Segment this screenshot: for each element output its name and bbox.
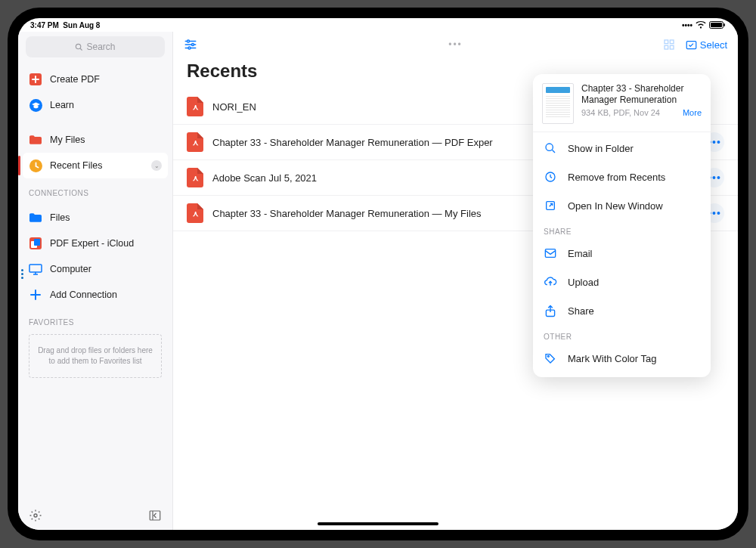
svg-point-26: [547, 355, 549, 357]
grid-view-icon[interactable]: [663, 39, 675, 51]
sidebar-item-label: Recent Files: [50, 160, 102, 171]
context-section-share: SHARE: [533, 221, 711, 237]
slide-over-handle[interactable]: [18, 259, 26, 289]
file-name: Chapter 33 - Shareholder Manager Remuner…: [212, 208, 482, 219]
svg-point-3: [76, 44, 81, 48]
sidebar-item-label: Create PDF: [50, 74, 100, 85]
context-more-link[interactable]: More: [683, 108, 702, 117]
svg-point-11: [34, 514, 37, 517]
sidebar-item-label: Add Connection: [50, 289, 117, 300]
search-input[interactable]: Search: [26, 36, 165, 57]
sidebar-item-add-connection[interactable]: Add Connection: [18, 282, 172, 308]
sidebar-item-my-files[interactable]: My Files: [18, 127, 172, 153]
file-name: Chapter 33 - Shareholder Manager Remuner…: [212, 137, 493, 148]
sidebar-bottom: [18, 501, 172, 530]
sidebar-connections-section: Files PDF Expert - iCloud Computer Add C…: [18, 200, 172, 312]
sidebar-item-label: Files: [50, 212, 70, 223]
battery-icon: [709, 21, 726, 29]
favorites-dropzone[interactable]: Drag and drop files or folders here to a…: [29, 334, 162, 378]
select-button[interactable]: Select: [686, 39, 727, 51]
search-icon: [544, 141, 557, 155]
context-email[interactable]: Email: [533, 239, 711, 268]
sidebar-item-label: Learn: [50, 100, 74, 110]
cell-signal-icon: ••••: [682, 21, 692, 29]
plus-icon: [29, 288, 42, 302]
status-time: 3:47 PM: [30, 21, 59, 29]
content-area: Search Create PDF Learn My Files: [18, 32, 738, 530]
filter-sliders-icon[interactable]: [184, 39, 197, 51]
context-section-other: OTHER: [533, 327, 711, 342]
wifi-icon: [696, 21, 706, 29]
svg-rect-16: [665, 40, 668, 44]
context-show-in-folder[interactable]: Show in Folder: [533, 134, 711, 163]
sidebar-item-create-pdf[interactable]: Create PDF: [18, 67, 172, 92]
pdf-file-icon: ⋏: [187, 203, 203, 223]
context-item-label: Mark With Color Tag: [568, 353, 657, 364]
new-window-icon: [544, 199, 557, 212]
context-upload[interactable]: Upload: [533, 268, 711, 296]
chevron-down-icon[interactable]: ⌄: [151, 160, 162, 171]
envelope-icon: [544, 246, 557, 260]
svg-rect-9: [34, 239, 40, 246]
document-thumbnail: [542, 83, 574, 124]
sidebar-main-section: Create PDF Learn: [18, 62, 172, 122]
pdf-expert-app-icon: [29, 237, 42, 250]
sidebar-item-computer[interactable]: Computer: [18, 256, 172, 282]
sidebar-files-section: My Files Recent Files ⌄: [18, 122, 172, 183]
svg-point-13: [187, 40, 190, 42]
folder-red-icon: [29, 133, 42, 147]
main-panel: ••• Select Recents ⋏ NORI_EN •••: [173, 32, 738, 530]
context-item-label: Email: [568, 248, 593, 259]
folder-blue-icon: [29, 211, 42, 224]
multitask-dots-icon[interactable]: •••: [448, 39, 463, 50]
screen: 3:47 PM Sun Aug 8 •••• Search Create PDF: [18, 18, 738, 530]
context-share[interactable]: Share: [533, 296, 711, 325]
context-remove-from-recents[interactable]: Remove from Recents: [533, 163, 711, 191]
sidebar-item-recent-files[interactable]: Recent Files ⌄: [23, 153, 168, 178]
context-file-meta: 934 KB, PDF, Nov 24: [581, 108, 660, 117]
context-item-label: Open In New Window: [568, 200, 663, 212]
context-item-label: Share: [568, 305, 594, 317]
file-name: Adobe Scan Jul 5, 2021: [212, 172, 317, 184]
context-file-title: Chapter 33 - Shareholder Manager Remuner…: [581, 83, 702, 106]
sidebar-item-label: PDF Expert - iCloud: [50, 238, 134, 249]
context-menu-header: Chapter 33 - Shareholder Manager Remuner…: [533, 74, 711, 132]
sidebar-item-learn[interactable]: Learn: [18, 92, 172, 118]
file-name: NORI_EN: [212, 101, 256, 113]
context-primary-section: Show in Folder Remove from Recents Open …: [533, 132, 711, 221]
clock-back-icon: [544, 170, 557, 184]
sidebar-item-label: Computer: [50, 264, 91, 274]
context-item-label: Show in Folder: [568, 143, 634, 154]
home-indicator[interactable]: [318, 522, 438, 525]
svg-rect-12: [150, 511, 160, 520]
clock-icon: [29, 159, 42, 172]
svg-rect-18: [665, 45, 668, 49]
svg-point-15: [188, 47, 191, 49]
context-mark-color-tag[interactable]: Mark With Color Tag: [533, 344, 711, 373]
select-label: Select: [700, 39, 727, 51]
context-item-label: Upload: [568, 277, 599, 288]
sidebar-section-connections: CONNECTIONS: [18, 183, 172, 200]
monitor-icon: [29, 262, 42, 276]
tag-icon: [544, 351, 557, 365]
pdf-file-icon: ⋏: [187, 168, 203, 187]
share-up-icon: [544, 304, 557, 317]
svg-rect-2: [724, 23, 726, 26]
context-menu: Chapter 33 - Shareholder Manager Remuner…: [533, 74, 711, 377]
svg-rect-1: [711, 23, 722, 27]
context-item-label: Remove from Recents: [568, 172, 665, 183]
plus-document-icon: [29, 73, 42, 86]
toolbar: ••• Select: [173, 32, 738, 57]
sidebar-item-files-app[interactable]: Files: [18, 205, 172, 231]
svg-rect-19: [670, 45, 674, 49]
svg-point-21: [546, 144, 553, 150]
ipad-frame: 3:47 PM Sun Aug 8 •••• Search Create PDF: [8, 8, 748, 540]
collapse-sidebar-icon[interactable]: [148, 509, 162, 522]
svg-point-14: [192, 44, 194, 46]
cloud-upload-icon: [544, 275, 557, 289]
sidebar-item-pdf-expert-icloud[interactable]: PDF Expert - iCloud: [18, 231, 172, 256]
context-open-new-window[interactable]: Open In New Window: [533, 191, 711, 220]
settings-icon[interactable]: [29, 509, 42, 522]
search-placeholder: Search: [86, 42, 115, 52]
status-bar: 3:47 PM Sun Aug 8 ••••: [18, 18, 738, 32]
